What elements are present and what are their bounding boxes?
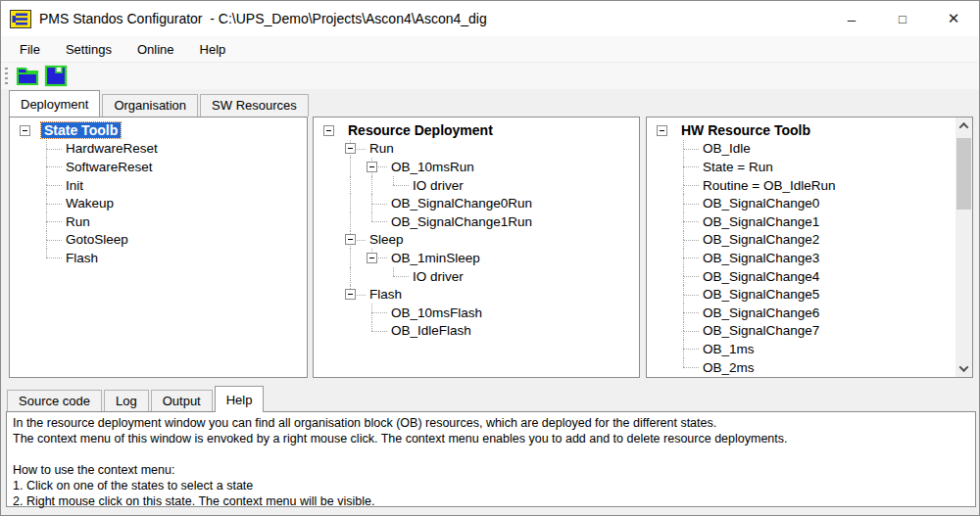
tab-source-code[interactable]: Source code [7,390,102,412]
tree-item-label: OB_SignalChange6 [700,305,822,320]
tree-item[interactable]: OB_Idle [657,140,972,159]
menu-online[interactable]: Online [124,36,187,62]
tree-indent [657,267,678,286]
tree-connector [345,231,367,250]
tree-item[interactable]: OB_10msRun [323,158,639,176]
help-content-box: In the resource deployment window you ca… [6,411,976,507]
tab-deployment[interactable]: Deployment [9,90,100,117]
tree-item[interactable]: OB_SignalChange0 [657,194,972,212]
tree-item-label: IO driver [410,269,466,284]
tree-item-label: OB_SignalChange2 [700,232,822,247]
tree-item[interactable]: Run [323,140,639,159]
tree-connector [678,267,700,286]
tree-item[interactable]: IO driver [323,267,639,286]
tree-item[interactable]: Init [20,176,307,195]
tree-item[interactable]: OB_1ms [657,340,972,358]
tree-item[interactable]: OB_SignalChange2 [657,231,972,250]
tree-item[interactable]: Flash [323,285,639,304]
tree-item-label: GotoSleep [63,232,131,247]
tree-item[interactable]: Flash [20,249,307,267]
tree-item[interactable]: State Toolb [20,121,307,140]
tree-item[interactable]: OB_10msFlash [323,304,639,322]
save-project-button[interactable] [42,64,69,88]
tree-item[interactable]: Run [20,212,307,231]
tree-item[interactable]: OB_SignalChange0Run [323,194,639,212]
tree-item-label: OB_1ms [700,342,758,356]
expander-minus-icon[interactable] [657,125,667,136]
tree-item[interactable]: GotoSleep [20,231,307,250]
expander-minus-icon[interactable] [20,125,30,136]
tree-item[interactable]: HardwareReset [20,140,307,159]
tree-indent [657,304,678,322]
tree-item-label: OB_SignalChange4 [700,269,822,284]
app-icon [10,10,31,28]
tree-indent [657,212,678,231]
maximize-button[interactable]: □ [877,1,928,36]
close-button[interactable]: ✕ [928,1,979,36]
tree-indent [657,249,678,267]
tree-item[interactable]: Sleep [323,231,639,250]
tree-item[interactable]: IO driver [323,176,639,195]
tree-item-label: SoftwareReset [63,160,156,174]
tree-item-label: OB_SignalChange0Run [388,196,535,211]
vertical-scrollbar[interactable] [956,117,972,377]
resource-deployment-panel: Resource DeploymentRunOB_10msRunIO drive… [313,117,640,378]
tree-item[interactable]: State = Run [657,158,972,176]
scroll-up-button[interactable] [956,117,972,134]
menu-settings[interactable]: Settings [53,36,124,62]
tree-item[interactable]: Routine = OB_IdleRun [657,176,972,195]
tab-log[interactable]: Log [104,390,149,412]
tree-item-label: Wakeup [63,196,117,211]
tree-indent [657,340,678,358]
tree-item[interactable]: OB_1minSleep [323,249,639,267]
expander-minus-icon[interactable] [367,253,377,263]
help-text-line: In the resource deployment window you ca… [13,415,969,431]
tree-item-label: State Toolb [41,122,121,138]
tree-item[interactable]: OB_SignalChange1Run [323,212,639,231]
tree-item-label: OB_SignalChange0 [700,196,822,211]
tree-item[interactable]: OB_SignalChange3 [657,249,972,267]
expander-minus-icon[interactable] [323,125,334,136]
tree-indent [323,285,345,304]
scroll-down-button[interactable] [956,360,972,377]
tree-indent [20,231,41,250]
tree-indent [345,304,367,322]
tree-connector [678,140,700,159]
open-project-button[interactable] [14,64,40,88]
tree-item[interactable]: OB_SignalChange4 [657,267,972,286]
tab-help[interactable]: Help [215,386,265,412]
tree-item[interactable]: OB_SignalChange6 [657,304,972,322]
tab-sw-resources[interactable]: SW Resources [200,94,309,117]
tree-connector [678,322,700,341]
tree-item[interactable]: OB_SignalChange1 [657,212,972,231]
expander-minus-icon[interactable] [345,143,356,154]
tree-indent [20,158,41,176]
tree-item[interactable]: OB_SignalChange7 [657,322,972,341]
tree-item[interactable]: OB_SignalChange5 [657,285,972,304]
tree-indent [657,285,678,304]
tree-item-label: Routine = OB_IdleRun [700,178,838,193]
tab-organisation[interactable]: Organisation [102,94,198,117]
tree-item[interactable]: OB_IdleFlash [323,322,639,341]
menu-help[interactable]: Help [187,36,239,62]
minimize-button[interactable]: – [826,1,877,36]
tree-indent [657,158,678,176]
tree-item-label: OB_SignalChange1Run [388,214,535,229]
tree-item[interactable]: Wakeup [20,194,307,212]
expander-minus-icon[interactable] [345,289,356,300]
toolbar-grip-icon[interactable] [5,68,8,85]
tree-item-label: OB_IdleFlash [388,323,474,338]
tree-item[interactable]: OB_2ms [657,358,972,377]
tree-item[interactable]: SoftwareReset [20,158,307,176]
tree-item[interactable]: HW Resource Toolb [657,121,972,140]
tab-output[interactable]: Output [151,390,213,412]
tree-connector [41,212,63,231]
menu-file[interactable]: File [7,36,53,62]
tree-indent [20,140,41,159]
tree-item-label: Init [63,178,86,193]
scrollbar-thumb[interactable] [956,138,971,210]
expander-minus-icon[interactable] [367,162,377,172]
expander-minus-icon[interactable] [345,234,356,245]
tree-connector [678,285,700,304]
tree-item[interactable]: Resource Deployment [323,121,639,140]
